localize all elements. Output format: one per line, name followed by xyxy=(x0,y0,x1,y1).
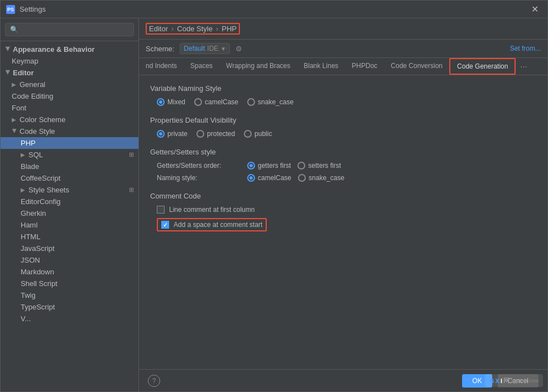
sidebar-item-label: Code Editing xyxy=(12,92,53,100)
radio-label-camelcase: camelCase xyxy=(205,98,238,106)
radio-naming-snake-case[interactable]: snake_case xyxy=(298,174,344,182)
gear-icon[interactable]: ⚙ xyxy=(235,45,242,53)
add-space-label: Add a space at comment start xyxy=(174,221,262,229)
sidebar-item-label: CoffeeScript xyxy=(21,174,60,182)
copy-icon: ⊞ xyxy=(129,186,134,193)
line-comment-checkbox[interactable] xyxy=(157,206,165,214)
getters-setters-section: Getters/Setters style Getters/Setters or… xyxy=(150,148,536,182)
radio-circle-setters-first xyxy=(297,162,305,170)
set-from-link[interactable]: Set from... xyxy=(510,45,541,52)
gs-order-row: Getters/Setters order: getters first set… xyxy=(157,162,536,170)
sidebar-item-javascript[interactable]: JavaScript xyxy=(1,243,138,254)
sidebar-item-coffeescript[interactable]: CoffeeScript xyxy=(1,172,138,184)
comment-code-title: Comment Code xyxy=(150,192,536,200)
tab-code-conversion[interactable]: Code Conversion xyxy=(384,59,449,74)
sidebar-item-json[interactable]: JSON xyxy=(1,254,138,266)
radio-circle-getters-first xyxy=(247,162,255,170)
sidebar-item-twig[interactable]: Twig xyxy=(1,289,138,301)
sidebar-item-sql[interactable]: ▶ SQL ⊞ xyxy=(1,149,138,161)
sidebar-item-v[interactable]: V... xyxy=(1,313,138,325)
line-comment-row: Line comment at first column xyxy=(157,206,536,214)
sidebar-item-general[interactable]: ▶ General xyxy=(1,79,138,90)
radio-private[interactable]: private xyxy=(157,130,188,138)
expand-arrow: ▶ xyxy=(12,129,18,134)
sidebar-item-editorconfig[interactable]: EditorConfig xyxy=(1,196,138,207)
sidebar-item-html[interactable]: HTML xyxy=(1,231,138,243)
breadcrumb-php: PHP xyxy=(222,25,237,33)
radio-setters-first[interactable]: setters first xyxy=(297,162,341,170)
expand-arrow: ▶ xyxy=(12,81,17,88)
tabs-more-button[interactable]: ⋯ xyxy=(516,59,532,74)
app-icon: PS xyxy=(6,5,15,14)
scheme-type: IDE xyxy=(207,45,218,52)
sidebar-item-appearance[interactable]: ▶ Appearance & Behavior xyxy=(1,43,138,55)
scheme-bar: Scheme: Default IDE ▼ ⚙ Set from... xyxy=(139,40,547,58)
radio-protected[interactable]: protected xyxy=(196,130,235,138)
expand-arrow: ▶ xyxy=(5,70,11,76)
sidebar-item-label: JSON xyxy=(21,256,40,264)
sidebar-item-color-scheme[interactable]: ▶ Color Scheme xyxy=(1,114,138,125)
breadcrumb-highlighted: Editor › Code Style › PHP xyxy=(146,23,240,35)
tab-phpdoc[interactable]: PHPDoc xyxy=(345,59,384,74)
breadcrumb-code-style: Code Style xyxy=(177,25,213,33)
help-button[interactable]: ? xyxy=(148,375,160,387)
sidebar-item-label: Appearance & Behavior xyxy=(13,45,95,54)
sidebar-item-font[interactable]: Font xyxy=(1,102,138,114)
dropdown-arrow-icon: ▼ xyxy=(220,46,226,52)
sidebar-item-markdown[interactable]: Markdown xyxy=(1,266,138,278)
radio-camelcase[interactable]: camelCase xyxy=(194,98,238,106)
sidebar-item-keymap[interactable]: Keymap xyxy=(1,55,138,67)
add-space-checkbox[interactable] xyxy=(161,221,169,229)
right-panel: Editor › Code Style › PHP Scheme: Defaul… xyxy=(139,18,547,391)
breadcrumb-editor: Editor xyxy=(149,25,168,33)
radio-naming-camelcase[interactable]: camelCase xyxy=(247,174,291,182)
sidebar-item-label: JavaScript xyxy=(21,244,55,253)
tab-wrapping[interactable]: Wrapping and Braces xyxy=(219,59,297,74)
variable-naming-section: Variable Naming Style Mixed camelCase xyxy=(150,84,536,106)
sidebar-item-haml[interactable]: Haml xyxy=(1,219,138,231)
sidebar-item-label: Font xyxy=(12,104,26,112)
visibility-options: private protected public xyxy=(150,130,536,138)
radio-circle-snake-case xyxy=(247,98,255,106)
sidebar-item-style-sheets[interactable]: ▶ Style Sheets ⊞ xyxy=(1,184,138,196)
variable-naming-options: Mixed camelCase snake_case xyxy=(150,98,536,106)
tab-indents[interactable]: nd Indents xyxy=(139,59,184,74)
tab-blank-lines[interactable]: Blank Lines xyxy=(297,59,345,74)
gs-naming-label: Naming style: xyxy=(157,174,241,182)
radio-snake-case[interactable]: snake_case xyxy=(247,98,294,106)
sidebar-item-editor[interactable]: ▶ Editor xyxy=(1,67,138,79)
add-space-row-highlighted: Add a space at comment start xyxy=(157,218,267,231)
sidebar-item-label: HTML xyxy=(21,233,40,241)
radio-label-naming-camelcase: camelCase xyxy=(258,174,291,182)
search-input[interactable] xyxy=(5,23,134,36)
radio-label-public: public xyxy=(254,130,272,138)
expand-arrow: ▶ xyxy=(5,47,11,52)
sidebar-item-label: Code Style xyxy=(20,127,55,135)
sidebar-item-label: TypeScript xyxy=(21,303,55,311)
tab-code-generation[interactable]: Code Generation xyxy=(449,58,516,75)
radio-circle-mixed xyxy=(157,98,165,106)
scheme-select[interactable]: Default IDE ▼ xyxy=(180,43,230,54)
sidebar-item-typescript[interactable]: TypeScript xyxy=(1,301,138,313)
radio-mixed[interactable]: Mixed xyxy=(157,98,185,106)
sidebar-item-blade[interactable]: Blade xyxy=(1,161,138,172)
radio-label-setters-first: setters first xyxy=(308,162,341,170)
gs-naming-row: Naming style: camelCase snake_case xyxy=(157,174,536,182)
line-comment-label: Line comment at first column xyxy=(169,206,254,214)
gs-order-label: Getters/Setters order: xyxy=(157,162,241,170)
radio-public[interactable]: public xyxy=(244,130,272,138)
sidebar-item-gherkin[interactable]: Gherkin xyxy=(1,207,138,219)
sidebar-item-label: EditorConfig xyxy=(21,197,61,206)
radio-getters-first[interactable]: getters first xyxy=(247,162,291,170)
close-button[interactable]: ✕ xyxy=(528,3,542,16)
sidebar-item-shell-script[interactable]: Shell Script xyxy=(1,278,138,289)
sidebar-item-code-style[interactable]: ▶ Code Style xyxy=(1,125,138,137)
radio-label-private: private xyxy=(167,130,188,138)
getters-setters-title: Getters/Setters style xyxy=(150,148,536,156)
radio-circle-naming-snake-case xyxy=(298,174,306,182)
sidebar-item-code-editing[interactable]: Code Editing xyxy=(1,90,138,102)
tab-spaces[interactable]: Spaces xyxy=(184,59,219,74)
radio-circle-camelcase xyxy=(194,98,202,106)
sidebar-item-php[interactable]: PHP xyxy=(1,137,138,149)
sidebar-item-label: SQL xyxy=(28,151,43,159)
